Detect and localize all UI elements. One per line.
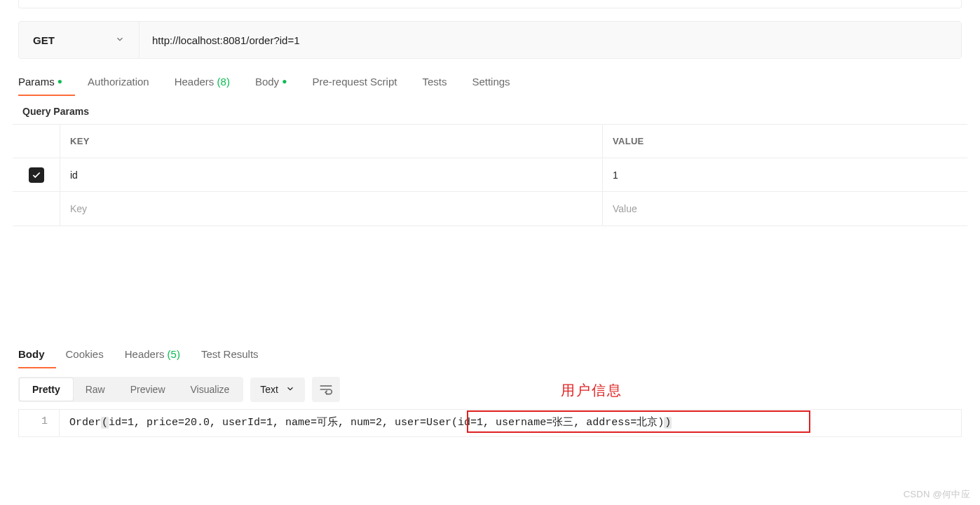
row-check-cell-empty — [13, 192, 60, 226]
bracket-open: ( — [101, 417, 109, 429]
tab-content-top-border — [18, 0, 962, 8]
annotation-label: 用户信息 — [561, 381, 622, 400]
row-key-placeholder[interactable]: Key — [60, 192, 603, 226]
response-tab-headers[interactable]: Headers (5) — [125, 343, 191, 368]
tab-params[interactable]: Params ● — [18, 70, 75, 96]
row-key-cell[interactable]: id — [60, 158, 603, 191]
response-tabs: Body Cookies Headers (5) Test Results — [18, 343, 962, 368]
request-tabs: Params ● Authorization Headers (8) Body … — [18, 70, 962, 96]
viewmode-visualize[interactable]: Visualize — [178, 378, 243, 401]
tab-headers[interactable]: Headers (8) — [175, 70, 243, 96]
annotation-box — [467, 410, 810, 433]
tab-settings[interactable]: Settings — [472, 70, 522, 96]
viewmode-raw[interactable]: Raw — [73, 378, 118, 401]
table-row: id 1 — [13, 158, 967, 192]
row-check-cell[interactable] — [13, 158, 60, 191]
request-bar: GET http://localhost:8081/order?id=1 — [18, 21, 962, 59]
dot-icon: ● — [57, 76, 62, 86]
row-value-placeholder[interactable]: Value — [603, 192, 967, 226]
http-method-select[interactable]: GET — [19, 22, 139, 58]
value-header: VALUE — [603, 125, 967, 158]
checkbox-checked-icon — [29, 167, 44, 183]
response-tab-test-results[interactable]: Test Results — [201, 343, 270, 368]
table-header-row: KEY VALUE — [13, 125, 967, 158]
view-controls: Pretty Raw Preview Visualize Text — [18, 377, 962, 402]
table-row-new: Key Value — [13, 192, 967, 226]
tab-tests[interactable]: Tests — [422, 70, 459, 96]
tab-body[interactable]: Body ● — [255, 70, 300, 96]
view-mode-group: Pretty Raw Preview Visualize — [18, 377, 243, 402]
tab-prerequest[interactable]: Pre-request Script — [313, 70, 410, 96]
viewmode-pretty[interactable]: Pretty — [20, 378, 73, 401]
tab-authorization[interactable]: Authorization — [88, 70, 162, 96]
format-select[interactable]: Text — [250, 378, 305, 402]
viewmode-preview[interactable]: Preview — [118, 378, 178, 401]
key-header: KEY — [60, 125, 603, 158]
spacer — [0, 226, 980, 338]
chevron-down-icon — [285, 384, 295, 396]
dot-icon: ● — [282, 76, 287, 86]
request-url-value: http://localhost:8081/order?id=1 — [152, 34, 300, 46]
response-tab-cookies[interactable]: Cookies — [66, 343, 115, 368]
line-number: 1 — [19, 410, 60, 436]
row-value-cell[interactable]: 1 — [603, 158, 967, 191]
request-url-input[interactable]: http://localhost:8081/order?id=1 — [139, 22, 961, 58]
query-params-table: KEY VALUE id 1 Key Value — [13, 124, 967, 226]
http-method-value: GET — [33, 34, 55, 46]
wrap-lines-icon[interactable] — [312, 377, 340, 402]
chevron-down-icon — [115, 34, 125, 46]
query-params-title: Query Params — [22, 106, 962, 117]
watermark: CSDN @何中应 — [904, 488, 970, 501]
check-header — [13, 125, 60, 158]
response-tab-body[interactable]: Body — [18, 343, 56, 368]
